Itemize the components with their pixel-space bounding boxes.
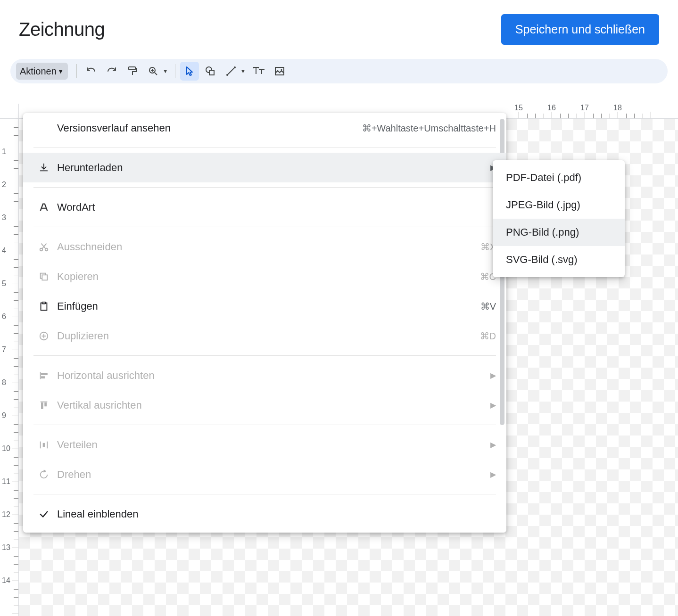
line-tool-button[interactable] [222, 62, 240, 81]
menu-separator [33, 355, 496, 356]
svg-rect-29 [43, 443, 45, 446]
menu-item-label: Drehen [54, 468, 490, 481]
svg-point-8 [226, 74, 228, 76]
submenu-item-jpeg[interactable]: JPEG-Bild (.jpg) [493, 191, 625, 219]
svg-rect-17 [42, 302, 45, 304]
paint-roller-icon [127, 66, 138, 77]
shape-tool-button[interactable] [201, 62, 220, 81]
shape-icon [205, 66, 216, 77]
toolbar-container: Aktionen ▼ ▼ ▼ [0, 59, 678, 83]
zoom-group: ▼ [144, 62, 170, 81]
submenu-item-label: PDF-Datei (.pdf) [506, 172, 581, 183]
menu-item-rotate: Drehen ▶ [23, 460, 506, 489]
select-tool-button[interactable] [180, 62, 199, 81]
ruler-label: 6 [2, 312, 6, 321]
download-icon [33, 163, 54, 173]
ruler-label: 1 [2, 148, 6, 156]
ruler-label: 2 [2, 181, 6, 189]
svg-rect-6 [209, 70, 214, 75]
ruler-label: 3 [2, 214, 6, 222]
download-submenu: PDF-Datei (.pdf) JPEG-Bild (.jpg) PNG-Bi… [493, 160, 625, 277]
ruler-label: 11 [2, 477, 10, 486]
undo-button[interactable] [82, 62, 100, 81]
menu-item-duplicate: Duplizieren ⌘D [23, 321, 506, 351]
submenu-item-label: SVG-Bild (.svg) [506, 254, 578, 265]
menu-item-label: Herunterladen [54, 162, 490, 174]
ruler-label: 7 [2, 345, 6, 354]
ruler-label: 9 [2, 411, 6, 420]
ruler-label: 8 [2, 378, 6, 387]
toolbar: Aktionen ▼ ▼ ▼ [10, 59, 668, 83]
submenu-arrow-icon: ▶ [490, 401, 496, 410]
align-horizontal-icon [33, 370, 54, 381]
actions-label: Aktionen [20, 66, 57, 77]
menu-item-show-ruler[interactable]: Lineal einblenden [23, 499, 506, 529]
menu-item-download[interactable]: Herunterladen ▶ [23, 153, 506, 182]
dialog-header: Zeichnung Speichern und schließen [0, 0, 678, 59]
image-tool-button[interactable] [270, 62, 289, 81]
cursor-icon [184, 66, 195, 77]
toolbar-separator [175, 64, 175, 78]
save-and-close-button[interactable]: Speichern und schließen [501, 14, 659, 45]
cut-icon [33, 242, 54, 252]
submenu-item-svg[interactable]: SVG-Bild (.svg) [493, 246, 625, 273]
redo-button[interactable] [102, 62, 121, 81]
caret-down-icon[interactable]: ▼ [240, 68, 246, 74]
menu-separator [33, 148, 496, 148]
menu-item-label: Lineal einblenden [54, 508, 496, 520]
menu-item-wordart[interactable]: WordArt [23, 192, 506, 222]
line-icon [225, 66, 237, 77]
image-icon [274, 66, 285, 77]
dialog-title: Zeichnung [19, 19, 105, 40]
menu-item-shortcut: ⌘D [480, 330, 496, 342]
zoom-button[interactable] [144, 62, 163, 81]
undo-icon [85, 66, 97, 77]
ruler-label: 10 [2, 444, 10, 453]
menu-item-label: Versionsverlauf ansehen [54, 122, 362, 134]
toolbar-separator [76, 64, 77, 78]
text-tool-button[interactable] [249, 62, 268, 81]
submenu-item-png[interactable]: PNG-Bild (.png) [493, 219, 625, 246]
svg-point-11 [281, 69, 282, 71]
menu-item-cut: Ausschneiden ⌘X [23, 232, 506, 262]
menu-separator [33, 425, 496, 425]
submenu-item-pdf[interactable]: PDF-Datei (.pdf) [493, 164, 625, 191]
align-vertical-icon [33, 400, 54, 411]
menu-item-label: Kopieren [54, 271, 480, 283]
duplicate-icon [33, 331, 54, 341]
text-icon [253, 66, 265, 77]
menu-item-label: Verteilen [54, 439, 490, 451]
ruler-corner [0, 104, 19, 119]
menu-item-align-horizontal: Horizontal ausrichten ▶ [23, 361, 506, 390]
menu-item-version-history[interactable]: Versionsverlauf ansehen ⌘+Wahltaste+Umsc… [23, 113, 506, 143]
vertical-ruler: 1 2 3 4 5 6 7 8 9 10 11 12 13 14 [0, 119, 19, 616]
ruler-label: 13 [2, 543, 10, 552]
ruler-label: 12 [2, 510, 10, 519]
caret-down-icon[interactable]: ▼ [163, 68, 168, 74]
distribute-icon [33, 440, 54, 450]
menu-item-label: Einfügen [54, 300, 480, 312]
menu-item-shortcut: ⌘+Wahltaste+Umschalttaste+H [362, 123, 496, 134]
line-group: ▼ [222, 62, 248, 81]
ruler-label: 18 [613, 104, 622, 112]
ruler-label: 15 [514, 104, 523, 112]
actions-menu: Versionsverlauf ansehen ⌘+Wahltaste+Umsc… [23, 113, 506, 533]
actions-menu-button[interactable]: Aktionen ▼ [16, 63, 68, 80]
menu-item-paste[interactable]: Einfügen ⌘V [23, 291, 506, 321]
menu-separator [33, 187, 496, 188]
copy-icon [33, 271, 54, 282]
svg-point-9 [234, 66, 236, 68]
ruler-label: 17 [580, 104, 589, 112]
menu-item-label: Ausschneiden [54, 241, 480, 253]
svg-rect-15 [42, 275, 47, 280]
svg-rect-23 [41, 376, 45, 378]
submenu-arrow-icon: ▶ [490, 470, 496, 479]
svg-rect-22 [41, 373, 48, 375]
menu-item-label: Horizontal ausrichten [54, 370, 490, 382]
ruler-label: 4 [2, 246, 6, 255]
submenu-arrow-icon: ▶ [490, 371, 496, 380]
redo-icon [106, 66, 117, 77]
paint-format-button[interactable] [123, 62, 142, 81]
menu-separator [33, 227, 496, 227]
menu-separator [33, 494, 496, 494]
